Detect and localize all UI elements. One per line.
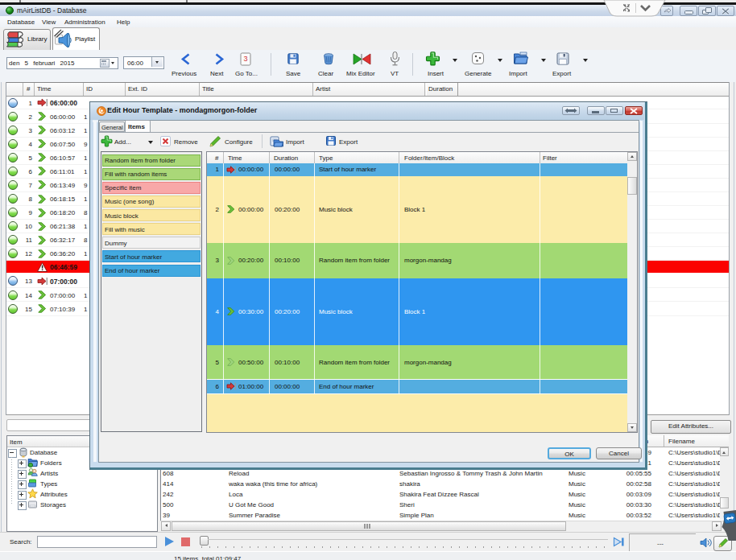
svg-text:3: 3 (243, 55, 247, 63)
